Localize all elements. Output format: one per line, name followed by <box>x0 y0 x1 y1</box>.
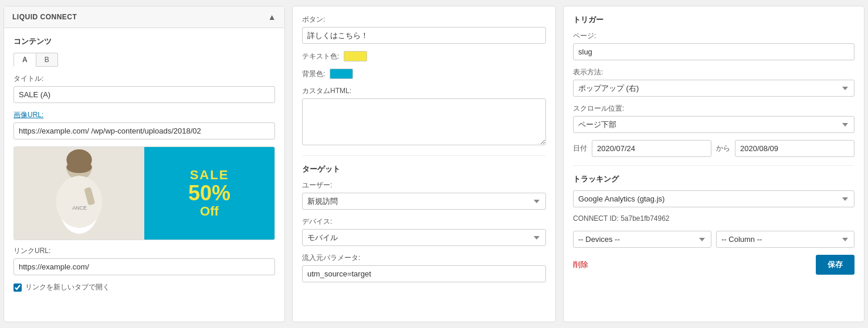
devices-select[interactable]: -- Devices -- <box>573 231 711 248</box>
mid-panel: ボタン: テキスト色: 背景色: カスタムHTML: ターゲット ユーザー: 新… <box>292 6 556 322</box>
tab-a[interactable]: A <box>13 53 36 67</box>
user-label: ユーザー: <box>302 180 546 190</box>
date-row: 日付 から <box>573 140 855 157</box>
text-color-label: テキスト色: <box>302 52 339 62</box>
param-input[interactable] <box>302 265 546 282</box>
image-sale: SALE 50% Off <box>144 147 274 240</box>
image-url-label[interactable]: 画像URL: <box>13 110 275 120</box>
svg-point-3 <box>56 176 103 228</box>
user-select[interactable]: 新規訪問 全員 既存訪問 <box>302 193 546 210</box>
display-label: 表示方法: <box>573 67 855 77</box>
divider2 <box>573 165 855 166</box>
title-label: タイトル: <box>13 74 275 84</box>
delete-button[interactable]: 削除 <box>573 259 588 270</box>
new-tab-checkbox[interactable] <box>13 283 22 292</box>
button-label: ボタン: <box>302 15 546 25</box>
off-text: Off <box>200 204 219 219</box>
page-input[interactable] <box>573 43 855 60</box>
right-panel: トリガー ページ: 表示方法: ポップアップ (右) ポップアップ (左) バナ… <box>563 6 864 322</box>
left-panel: LIQUID CONNECT ▲ コンテンツ A B タイトル: 画像URL: <box>4 6 285 322</box>
display-select[interactable]: ポップアップ (右) ポップアップ (左) バナー <box>573 80 855 97</box>
connect-id-label: CONNECT ID: <box>573 214 621 223</box>
device-col-row: -- Devices -- -- Column -- <box>573 231 855 248</box>
device-label: デバイス: <box>302 217 546 227</box>
svg-text:ANCE: ANCE <box>72 205 87 211</box>
tracking-title: トラッキング <box>573 174 855 184</box>
link-url-input[interactable] <box>13 258 275 275</box>
bg-color-label: 背景色: <box>302 69 325 79</box>
collapse-icon[interactable]: ▲ <box>268 12 276 22</box>
scroll-select[interactable]: ページ下部 ページ上部 中間 <box>573 116 855 133</box>
image-preview: ANCE SALE 50% Off <box>13 146 275 240</box>
new-tab-row: リンクを新しいタブで開く <box>13 282 275 292</box>
tab-b[interactable]: B <box>36 53 58 67</box>
page-label: ページ: <box>573 31 855 41</box>
ab-tab-row: A B <box>13 53 275 67</box>
bg-color-swatch[interactable] <box>330 69 353 79</box>
title-input[interactable] <box>13 86 275 103</box>
param-label: 流入元パラメータ: <box>302 253 546 263</box>
image-url-input[interactable] <box>13 122 275 139</box>
trigger-title: トリガー <box>573 15 855 25</box>
panel-title: LIQUID CONNECT <box>12 13 77 21</box>
percent-text: 50% <box>188 183 230 204</box>
date-separator: から <box>716 144 730 153</box>
scroll-label: スクロール位置: <box>573 104 855 114</box>
date-to-input[interactable] <box>735 140 855 157</box>
save-button[interactable]: 保存 <box>816 255 855 275</box>
date-label: 日付 <box>573 144 587 153</box>
new-tab-label: リンクを新しいタブで開く <box>25 282 110 292</box>
connect-id: CONNECT ID: 5a7be1fb74962 <box>573 214 855 223</box>
text-color-swatch[interactable] <box>344 51 367 62</box>
image-person: ANCE <box>14 147 144 240</box>
target-section-title: ターゲット <box>302 164 546 175</box>
connect-id-value: 5a7be1fb74962 <box>621 214 669 223</box>
panel-header: LIQUID CONNECT ▲ <box>4 6 284 28</box>
bottom-row: 削除 保存 <box>573 255 855 275</box>
link-url-label: リンクURL: <box>13 246 275 256</box>
content-section-title: コンテンツ <box>13 36 275 47</box>
custom-html-textarea[interactable] <box>302 98 546 145</box>
column-select[interactable]: -- Column -- <box>716 231 855 248</box>
svg-point-7 <box>66 162 91 173</box>
custom-html-label: カスタムHTML: <box>302 86 546 96</box>
tracking-select[interactable]: Google Analytics (gtag.js) Google Analyt… <box>573 190 855 207</box>
date-from-input[interactable] <box>592 140 711 157</box>
divider <box>302 155 546 156</box>
device-select[interactable]: モバイル 全デバイス デスクトップ <box>302 229 546 246</box>
button-input[interactable] <box>302 27 546 44</box>
